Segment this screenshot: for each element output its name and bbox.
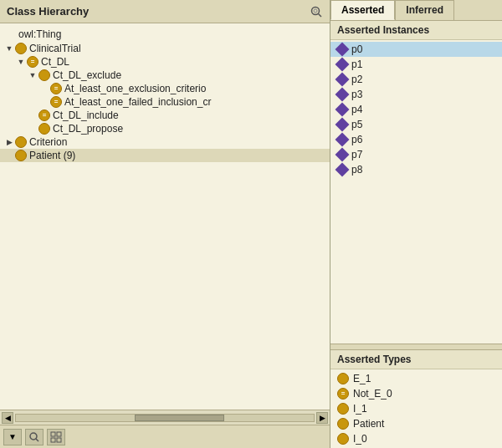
left-panel: Class Hierarchy owl:Thing ▼ ClinicalTria…: [0, 0, 330, 448]
circle-icon-criterion: [15, 136, 27, 148]
main-container: Class Hierarchy owl:Thing ▼ ClinicalTria…: [0, 0, 502, 448]
bottom-toolbar: ▼: [0, 425, 330, 448]
instance-item-p5[interactable]: p5: [330, 117, 502, 132]
toolbar-dropdown-btn[interactable]: ▼: [3, 429, 22, 445]
instance-label-p0: p0: [351, 43, 362, 55]
svg-line-4: [36, 439, 38, 441]
instance-item-p2[interactable]: p2: [330, 72, 502, 87]
tree-item-at-least-one-exclusion[interactable]: = At_least_one_exclusion_criterio: [0, 82, 330, 95]
type-item-patient[interactable]: Patient: [330, 416, 502, 431]
asserted-instances-header: Asserted Instances: [330, 21, 502, 40]
horizontal-scrollbar[interactable]: ◀ ▶: [0, 410, 330, 425]
svg-rect-6: [57, 432, 61, 436]
left-panel-title: Class Hierarchy: [7, 5, 89, 18]
tree-label-criterion: Criterion: [29, 136, 67, 148]
type-item-l1[interactable]: I_1: [330, 401, 502, 416]
tree-label-clinical-trial: ClinicalTrial: [29, 43, 81, 54]
circle-icon-ct-dl-exclude: [38, 69, 50, 81]
circle-icon-ct-dl-propose: [38, 123, 50, 135]
tab-inferred[interactable]: Inferred: [395, 0, 454, 20]
diamond-icon-p0: [336, 43, 350, 57]
svg-point-2: [314, 9, 317, 13]
diamond-icon-p6: [336, 133, 350, 147]
diamond-icon-p3: [336, 88, 350, 102]
tree-label-ct-dl-exclude: Ct_DL_exclude: [53, 69, 121, 81]
circle-icon-not-e0: =: [337, 388, 349, 400]
instance-item-p8[interactable]: p8: [330, 162, 502, 177]
instance-label-p3: p3: [351, 89, 362, 100]
circle-icon-ct-dl: =: [27, 56, 38, 68]
tree-item-ct-dl-propose[interactable]: Ct_DL_propose: [0, 122, 330, 135]
toolbar-search-btn[interactable]: [25, 429, 44, 445]
diamond-icon-p2: [336, 73, 350, 87]
tree-item-ct-dl-include[interactable]: = Ct_DL_include: [0, 109, 330, 122]
type-label-l1: I_1: [353, 403, 367, 415]
svg-rect-7: [51, 438, 55, 442]
diamond-icon-p8: [336, 163, 350, 177]
instance-item-p1[interactable]: p1: [330, 57, 502, 72]
tree-item-criterion[interactable]: ▶ Criterion: [0, 135, 330, 149]
tree-label-failed: At_least_one_failed_inclusion_cr: [64, 96, 211, 108]
tree-item-ct-dl[interactable]: ▼ = Ct_DL: [0, 55, 330, 69]
toggle-criterion[interactable]: ▶: [3, 136, 15, 148]
tree-label-ct-dl-propose: Ct_DL_propose: [53, 123, 123, 135]
tree-item-ct-dl-exclude[interactable]: ▼ Ct_DL_exclude: [0, 69, 330, 82]
circle-icon-clinical-trial: [15, 43, 27, 54]
tab-asserted[interactable]: Asserted: [330, 0, 395, 20]
instance-item-p3[interactable]: p3: [330, 87, 502, 102]
type-label-patient: Patient: [353, 418, 384, 430]
search-icon[interactable]: [310, 5, 323, 18]
circle-icon-e1: [337, 373, 349, 384]
class-hierarchy-tree: owl:Thing ▼ ClinicalTrial ▼ = Ct_DL ▼: [0, 23, 330, 410]
instance-label-p2: p2: [351, 74, 362, 85]
scroll-right-arrow[interactable]: ▶: [316, 412, 328, 424]
svg-rect-5: [51, 432, 55, 436]
tree-item-patient[interactable]: Patient (9): [0, 149, 330, 162]
toolbar-grid-btn[interactable]: [47, 429, 65, 445]
circle-icon-l0: [337, 433, 349, 445]
instance-item-p0[interactable]: p0: [330, 42, 502, 57]
tree-item-at-least-one-failed[interactable]: = At_least_one_failed_inclusion_cr: [0, 95, 330, 109]
instance-label-p7: p7: [351, 149, 362, 160]
instance-item-p7[interactable]: p7: [330, 147, 502, 162]
toggle-clinical-trial[interactable]: ▼: [3, 43, 15, 54]
toggle-ct-dl-exclude[interactable]: ▼: [27, 69, 38, 81]
scroll-thumb: [135, 415, 224, 421]
circle-icon-failed: =: [50, 96, 62, 108]
instance-item-p6[interactable]: p6: [330, 132, 502, 147]
tree-label-owl-thing: owl:Thing: [18, 28, 61, 40]
type-label-l0: I_0: [353, 433, 367, 445]
types-list: E_1 = Not_E_0 I_1 Patient I_0: [330, 369, 502, 448]
tree-label-ct-dl-include: Ct_DL_include: [53, 109, 119, 121]
asserted-types-header: Asserted Types: [330, 350, 502, 369]
left-panel-header: Class Hierarchy: [0, 0, 330, 23]
toggle-ct-dl[interactable]: ▼: [15, 56, 27, 68]
type-item-l0[interactable]: I_0: [330, 431, 502, 446]
diamond-icon-p1: [336, 58, 350, 72]
tree-item-owl-thing[interactable]: owl:Thing: [0, 27, 330, 42]
types-section: Asserted Types E_1 = Not_E_0 I_1 Patient: [330, 350, 502, 448]
type-label-not-e0: Not_E_0: [353, 388, 392, 400]
diamond-icon-p4: [336, 103, 350, 117]
scroll-track[interactable]: [15, 414, 315, 422]
right-panel: Asserted Inferred Asserted Instances p0 …: [330, 0, 502, 448]
type-item-not-e0[interactable]: = Not_E_0: [330, 386, 502, 401]
instance-label-p4: p4: [351, 104, 362, 115]
tree-label-ct-dl: Ct_DL: [41, 56, 69, 68]
panel-divider: [330, 344, 502, 350]
svg-point-3: [30, 433, 37, 440]
circle-icon-patient-type: [337, 418, 349, 430]
type-item-e1[interactable]: E_1: [330, 371, 502, 386]
circle-icon-exclusion: =: [50, 83, 62, 94]
svg-rect-8: [57, 438, 61, 442]
tree-item-clinical-trial[interactable]: ▼ ClinicalTrial: [0, 42, 330, 55]
circle-icon-patient: [15, 150, 27, 161]
circle-icon-ct-dl-include: =: [38, 109, 50, 121]
diamond-icon-p7: [336, 148, 350, 162]
instance-item-p4[interactable]: p4: [330, 102, 502, 117]
instance-label-p8: p8: [351, 164, 362, 176]
scroll-left-arrow[interactable]: ◀: [2, 412, 13, 424]
circle-icon-l1: [337, 403, 349, 415]
svg-line-1: [319, 13, 322, 17]
instance-label-p6: p6: [351, 134, 362, 145]
